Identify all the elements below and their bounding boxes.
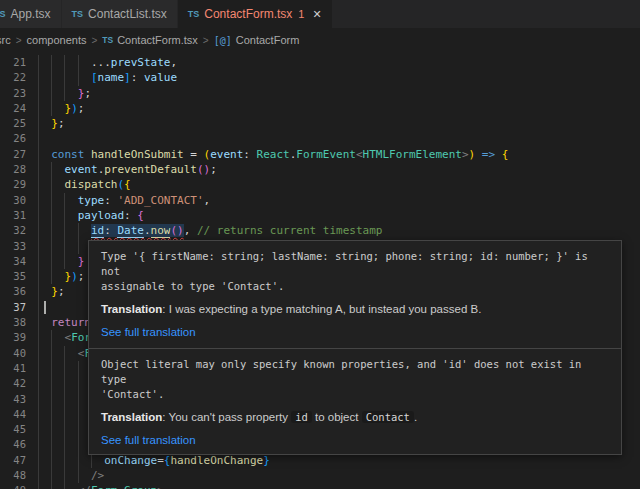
breadcrumb-components[interactable]: components	[27, 34, 87, 46]
indent-guide	[78, 422, 79, 437]
line-number: 36	[0, 284, 26, 299]
code-line[interactable]: 23 };	[0, 86, 640, 101]
close-icon[interactable]: ✕	[312, 8, 321, 21]
error-message-2: Object literal may only specify known pr…	[101, 357, 609, 402]
code-line[interactable]: 29 dispatch({	[0, 177, 640, 192]
tab-contactlist[interactable]: TS ContactList.tsx	[62, 0, 178, 28]
typescript-icon: TS	[188, 9, 200, 19]
indent-guide	[64, 407, 65, 422]
line-number: 43	[0, 392, 26, 407]
code-line[interactable]: 47 onChange={handleOnChange}	[0, 453, 640, 468]
breadcrumb-file[interactable]: ContactForm.tsx	[117, 34, 198, 46]
line-number: 25	[0, 116, 26, 131]
indent-guide	[38, 131, 39, 146]
code-line[interactable]: 27 const handleOnSubmit = (event: React.…	[0, 147, 640, 162]
code-line[interactable]: 28 event.preventDefault();	[0, 162, 640, 177]
code-line[interactable]: 21 ...prevState,	[0, 55, 640, 70]
indent-guide	[64, 437, 65, 452]
indent-guide	[51, 376, 52, 391]
line-content: event.preventDefault();	[38, 162, 217, 177]
indent-guide	[64, 422, 65, 437]
indent-guide	[64, 376, 65, 391]
code-line[interactable]: 48 />	[0, 468, 640, 483]
line-content: ...prevState,	[38, 55, 177, 70]
code-line[interactable]: 22 [name]: value	[0, 70, 640, 85]
indent-guide	[38, 422, 39, 437]
typescript-icon: TS	[102, 35, 113, 45]
indent-guide	[64, 239, 65, 254]
hover-tooltip: Type '{ firstName: string; lastName: str…	[88, 240, 622, 455]
indent-guide	[78, 361, 79, 376]
code-line[interactable]: 26	[0, 131, 640, 146]
line-number: 37	[0, 300, 26, 315]
indent-guide	[78, 392, 79, 407]
line-content: />	[38, 468, 104, 483]
indent-guide	[38, 437, 39, 452]
tab-label: ContactForm.tsx	[204, 7, 292, 21]
line-number: 21	[0, 55, 26, 70]
indent-guide	[78, 376, 79, 391]
line-number: 48	[0, 468, 26, 483]
problem-count-badge: 1	[298, 8, 304, 20]
line-content: return	[38, 315, 91, 330]
line-content: }	[38, 254, 84, 269]
indent-guide	[38, 392, 39, 407]
tab-bar: TS App.tsx TS ContactList.tsx TS Contact…	[0, 0, 640, 28]
tab-label: ContactList.tsx	[88, 7, 167, 21]
code-line[interactable]: 30 type: 'ADD_CONTACT',	[0, 193, 640, 208]
indent-guide	[78, 407, 79, 422]
breadcrumb: src > components > TS ContactForm.tsx > …	[0, 28, 640, 52]
text-cursor	[44, 301, 46, 314]
line-number: 27	[0, 147, 26, 162]
code-line[interactable]: 49 </Form.Group>	[0, 483, 640, 489]
code-line[interactable]: 31 payload: {	[0, 208, 640, 223]
inline-code-id: id	[291, 411, 312, 423]
line-content: onChange={handleOnChange}	[38, 453, 270, 468]
chevron-right-icon: >	[91, 35, 97, 46]
line-content: dispatch({	[38, 177, 131, 192]
line-content: const handleOnSubmit = (event: React.For…	[38, 147, 508, 162]
line-number: 44	[0, 407, 26, 422]
line-content: [name]: value	[38, 70, 177, 85]
indent-guide	[64, 392, 65, 407]
typescript-icon: TS	[0, 9, 6, 19]
line-number: 46	[0, 437, 26, 452]
code-line[interactable]: 24 });	[0, 101, 640, 116]
indent-guide	[51, 392, 52, 407]
line-number: 24	[0, 101, 26, 116]
indent-guide	[64, 361, 65, 376]
line-content: type: 'ADD_CONTACT',	[38, 193, 210, 208]
see-full-translation-link-1[interactable]: See full translation	[101, 326, 196, 338]
symbol-icon: [@]	[214, 35, 232, 46]
indent-guide	[51, 361, 52, 376]
line-number: 30	[0, 193, 26, 208]
line-number: 31	[0, 208, 26, 223]
see-full-translation-link-2[interactable]: See full translation	[101, 434, 196, 446]
error-message-1: Type '{ firstName: string; lastName: str…	[101, 249, 609, 294]
line-content: </Form.Group>	[38, 483, 164, 489]
line-number: 41	[0, 361, 26, 376]
indent-guide	[51, 239, 52, 254]
line-number: 45	[0, 422, 26, 437]
code-editor[interactable]: 21 ...prevState,22 [name]: value23 };24 …	[0, 52, 640, 489]
breadcrumb-symbol[interactable]: ContactForm	[236, 34, 300, 46]
tab-contactform[interactable]: TS ContactForm.tsx 1 ✕	[178, 0, 333, 28]
tab-app[interactable]: TS App.tsx	[0, 0, 62, 28]
code-line[interactable]: 25 };	[0, 116, 640, 131]
code-line[interactable]: 32 id: Date.now(), // returns current ti…	[0, 223, 640, 238]
line-content: };	[38, 86, 91, 101]
indent-guide	[38, 239, 39, 254]
line-content: payload: {	[38, 208, 144, 223]
indent-guide	[38, 407, 39, 422]
line-number: 34	[0, 254, 26, 269]
indent-guide	[51, 437, 52, 452]
line-number: 32	[0, 223, 26, 238]
line-number: 35	[0, 269, 26, 284]
breadcrumb-src[interactable]: src	[0, 34, 11, 46]
line-number: 28	[0, 162, 26, 177]
translation-1: Translation: I was expecting a type matc…	[101, 302, 609, 317]
indent-guide	[78, 239, 79, 254]
line-number: 38	[0, 315, 26, 330]
tab-label: App.tsx	[11, 7, 51, 21]
line-content: });	[38, 101, 84, 116]
